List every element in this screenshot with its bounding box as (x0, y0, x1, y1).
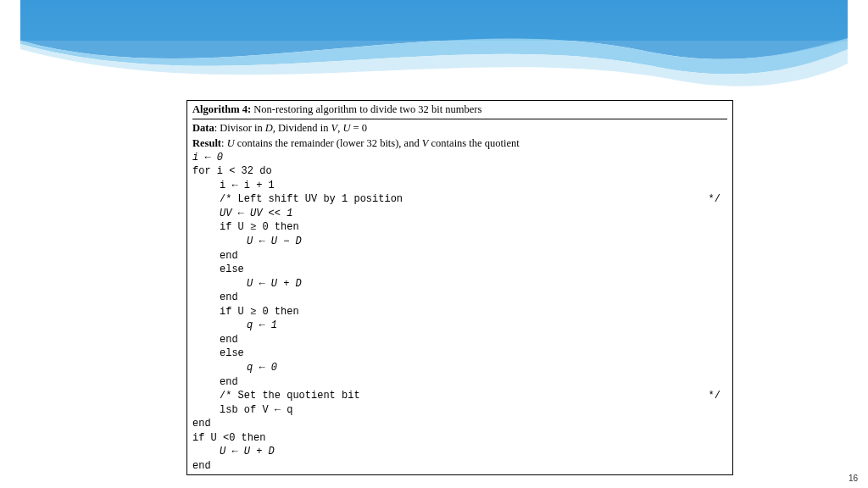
page-number: 16 (849, 474, 858, 483)
algo-data-line: Data: Divisor in D, Dividend in V, U = 0 (192, 121, 727, 136)
algo-result-line: Result: U contains the remainder (lower … (192, 136, 727, 151)
algo-desc: Non-restoring algorithm to divide two 32… (251, 103, 481, 115)
result-label: Result (192, 137, 221, 149)
data-label: Data (192, 122, 214, 134)
algo-number: Algorithm 4: (192, 103, 251, 115)
wave-banner (0, 0, 868, 93)
svg-rect-0 (20, 0, 848, 41)
algorithm-title: Algorithm 4: Non-restoring algorithm to … (192, 103, 727, 119)
algorithm-box: Algorithm 4: Non-restoring algorithm to … (186, 100, 733, 475)
algo-body: i ← 0 for i < 32 do i ← i + 1 /* Left sh… (192, 151, 727, 474)
